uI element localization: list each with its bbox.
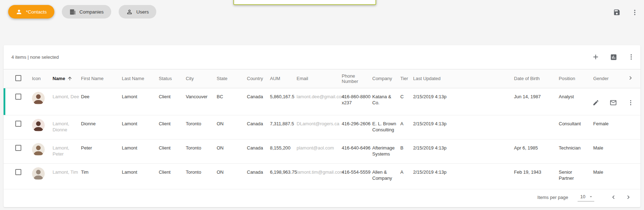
save-button[interactable]: [613, 9, 621, 16]
cell-last_name: Lamont: [121, 88, 158, 115]
cell-position: Consultant: [558, 115, 592, 139]
column-header-tier[interactable]: Tier: [400, 69, 412, 88]
column-header-last_updated[interactable]: Last Updated: [412, 69, 513, 88]
person-outline-icon: [126, 9, 133, 15]
cell-last_name: Lamont: [121, 163, 158, 189]
cell-tier: A: [400, 115, 412, 139]
column-header-aum[interactable]: AUM: [269, 69, 296, 88]
cell-icon: [28, 115, 52, 139]
kebab-menu-icon: [628, 53, 635, 61]
column-header-gender[interactable]: Gender: [592, 69, 626, 88]
column-header-dob[interactable]: Date of Birth: [513, 69, 558, 88]
column-header-name[interactable]: Name: [52, 69, 80, 88]
avatar: [32, 143, 45, 156]
tab-users[interactable]: Users: [119, 5, 156, 19]
row-checkbox[interactable]: [15, 94, 21, 100]
cell-aum: 7,311,887.5: [269, 115, 296, 139]
cell-tier: B: [400, 139, 412, 163]
table-row[interactable]: Lamont, DeeDeeLamontClientVancouverBCCan…: [4, 88, 640, 115]
page-size-select[interactable]: 10: [578, 193, 594, 201]
column-header-status[interactable]: Status: [158, 69, 185, 88]
cell-icon: [28, 163, 52, 189]
chevron-left-icon: [610, 194, 617, 201]
column-header-phone[interactable]: Phone Number: [341, 69, 372, 88]
column-header-state[interactable]: State: [216, 69, 246, 88]
search-filter-bar: lamont Country City Company Status: [0, 26, 644, 43]
cutoff-dialog: [233, 0, 376, 5]
cell-email: lamont.dee@gmail.com: [296, 88, 341, 115]
cell-select: [4, 139, 28, 163]
cell-phone: 416-296-2606: [341, 115, 372, 139]
select-all-checkbox[interactable]: [15, 75, 21, 81]
cell-status: Client: [158, 88, 185, 115]
add-contact-button[interactable]: [592, 53, 600, 61]
selection-summary: 4 items | none selected: [11, 54, 59, 60]
save-floppy-icon: [613, 9, 621, 16]
edit-row-button[interactable]: [592, 99, 599, 106]
edit-pencil-icon: [592, 99, 599, 106]
cell-city: Vancouver: [185, 88, 216, 115]
column-header-icon[interactable]: Icon: [28, 69, 52, 88]
column-header-email[interactable]: Email: [296, 69, 341, 88]
cell-last_updated: 2/15/2019 4:13p: [412, 88, 513, 115]
scroll-columns-right-button[interactable]: [627, 74, 634, 82]
cell-name: Lamont, Peter: [52, 139, 80, 163]
scroll-columns-header: [626, 69, 640, 88]
cell-name: Lamont, Tim: [52, 163, 80, 189]
items-per-page-label: Items per page: [537, 195, 568, 200]
column-header-city[interactable]: City: [185, 69, 216, 88]
table-body: Lamont, DeeDeeLamontClientVancouverBCCan…: [4, 88, 640, 189]
row-more-button[interactable]: [627, 99, 634, 106]
cell-last_updated: 2/15/2019 4:13p: [412, 163, 513, 189]
tab-contacts-label: *Contacts: [26, 9, 47, 15]
cell-phone: 416-554-5559: [341, 163, 372, 189]
cell-email: lamont.tim@gmail.com: [296, 163, 341, 189]
app-root: *Contacts Companies Users lamont: [0, 0, 644, 210]
cell-dob: Apr 6, 1985: [513, 139, 558, 163]
cell-email: plamont@aol.com: [296, 139, 341, 163]
column-header-country[interactable]: Country: [246, 69, 269, 88]
table-row[interactable]: Lamont, PeterPeterLamontClientTorontoONC…: [4, 139, 640, 163]
cell-scroll: [626, 163, 640, 189]
cell-name: Lamont, Dionne: [52, 115, 80, 139]
cell-city: Toronto: [185, 115, 216, 139]
tab-users-label: Users: [136, 9, 149, 15]
cell-gender: [592, 88, 626, 115]
cell-first_name: Peter: [80, 139, 121, 163]
column-header-position[interactable]: Position: [558, 69, 592, 88]
previous-page-button[interactable]: [610, 194, 617, 201]
column-header-company[interactable]: Company: [372, 69, 400, 88]
next-page-button[interactable]: [625, 194, 632, 201]
chart-view-button[interactable]: [610, 53, 617, 61]
cell-company: Afterimage Systems: [372, 139, 400, 163]
row-checkbox[interactable]: [15, 145, 21, 151]
avatar: [32, 167, 45, 180]
chevron-right-icon: [625, 194, 632, 201]
cell-position: Technician: [558, 139, 592, 163]
cell-position: Senior Partner: [558, 163, 592, 189]
chevron-right-icon: [627, 74, 634, 82]
table-row[interactable]: Lamont, DionneDionneLamontClientTorontoO…: [4, 115, 640, 139]
row-actions: [592, 99, 634, 106]
avatar: [32, 92, 45, 105]
table-row[interactable]: Lamont, TimTimLamontClientTorontoONCanad…: [4, 163, 640, 189]
toolbar-more-button[interactable]: [631, 9, 638, 16]
cell-status: Client: [158, 115, 185, 139]
tab-contacts[interactable]: *Contacts: [8, 5, 54, 19]
cell-city: Toronto: [185, 139, 216, 163]
contacts-table: IconNameFirst NameLast NameStatusCitySta…: [4, 69, 640, 189]
cell-aum: 6,198,963.75: [269, 163, 296, 189]
cell-select: [4, 163, 28, 189]
column-header-last_name[interactable]: Last Name: [121, 69, 158, 88]
row-checkbox[interactable]: [15, 121, 21, 127]
entity-tabs: *Contacts Companies Users: [8, 5, 156, 19]
row-checkbox[interactable]: [15, 169, 21, 175]
tab-companies[interactable]: Companies: [62, 5, 111, 19]
email-row-button[interactable]: [610, 99, 617, 106]
column-header-first_name[interactable]: First Name: [80, 69, 121, 88]
pagination: Items per page 10: [537, 193, 632, 201]
cell-last_name: Lamont: [121, 139, 158, 163]
list-more-button[interactable]: [628, 53, 635, 61]
cell-select: [4, 115, 28, 139]
results-card: 4 items | none selected: [4, 45, 640, 207]
